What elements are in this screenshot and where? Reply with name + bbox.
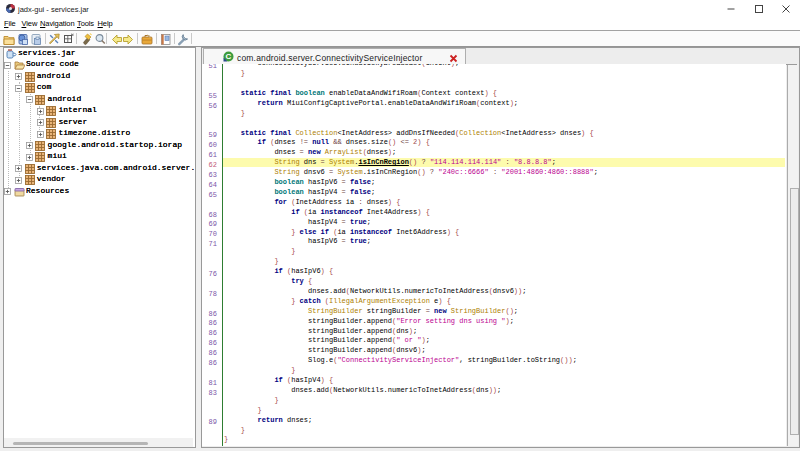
svg-text:C: C — [226, 52, 232, 61]
